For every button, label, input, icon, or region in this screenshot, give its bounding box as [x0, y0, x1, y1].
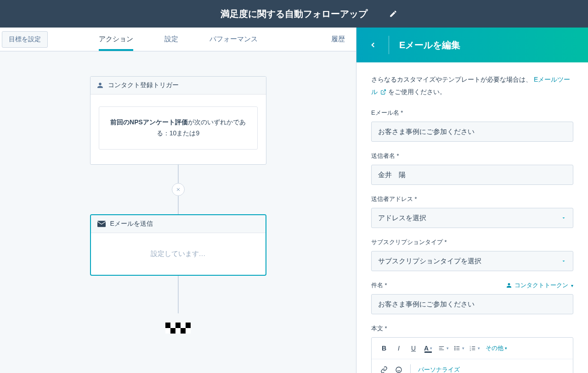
underline-text-button[interactable]: U: [407, 341, 420, 355]
email-name-label: Eメール名: [371, 109, 403, 117]
trigger-condition: 前回のNPSアンケート評価が次のいずれかである：10または9: [99, 106, 258, 150]
person-icon: [97, 82, 103, 89]
close-icon: [175, 187, 181, 192]
email-name-input[interactable]: [371, 122, 573, 142]
caret-down-icon: [561, 215, 566, 221]
finish-flag-icon: [165, 323, 191, 334]
numbered-list-button[interactable]: 123 ▾: [467, 341, 482, 355]
sender-address-label: 送信者アドレス: [371, 195, 417, 203]
add-remove-step-button[interactable]: [172, 183, 185, 196]
link-icon: [380, 366, 388, 373]
bold-button[interactable]: B: [377, 341, 391, 355]
external-link-icon: [380, 89, 386, 95]
page-title: 満足度に関する自動フォローアップ: [220, 8, 368, 20]
sender-name-label: 送信者名: [371, 152, 399, 160]
emoji-button[interactable]: [392, 363, 406, 373]
envelope-icon: [97, 221, 106, 227]
svg-point-2: [454, 348, 455, 349]
svg-point-7: [396, 367, 401, 373]
svg-text:3: 3: [470, 349, 471, 351]
subscription-type-select[interactable]: サブスクリプションタイプを選択: [371, 251, 573, 271]
body-label: 本文: [371, 324, 387, 333]
trigger-title: コンタクト登録トリガー: [108, 81, 179, 89]
svg-point-3: [454, 350, 455, 351]
numbered-list-icon: 123: [469, 345, 476, 351]
svg-point-1: [454, 346, 455, 347]
tab-performance[interactable]: パフォーマンス: [209, 28, 258, 51]
chevron-left-icon: [369, 41, 377, 49]
tab-history[interactable]: 履歴: [331, 28, 345, 51]
sender-address-select[interactable]: アドレスを選択: [371, 208, 573, 228]
edit-title-button[interactable]: [386, 6, 401, 21]
align-button[interactable]: ▾: [436, 341, 451, 355]
personalize-button[interactable]: パーソナライズ: [415, 366, 463, 373]
email-node-title: Eメールを送信: [110, 220, 153, 228]
subject-label: 件名: [371, 281, 387, 289]
svg-rect-0: [97, 221, 106, 227]
italic-button[interactable]: I: [392, 341, 406, 355]
person-icon: [506, 283, 512, 288]
tab-settings[interactable]: 設定: [164, 28, 178, 51]
subject-input[interactable]: [371, 294, 573, 314]
text-color-button[interactable]: A▾: [421, 341, 435, 355]
smile-icon: [395, 366, 402, 373]
trigger-node[interactable]: コンタクト登録トリガー 前回のNPSアンケート評価が次のいずれかである：10また…: [90, 76, 266, 165]
email-node[interactable]: Eメールを送信 設定しています…: [90, 214, 266, 276]
set-goal-button[interactable]: 目標を設定: [2, 31, 48, 48]
contact-token-button[interactable]: コンタクトトークン ▾: [506, 281, 573, 289]
pencil-icon: [389, 10, 397, 18]
sender-name-input[interactable]: [371, 165, 573, 185]
subscription-type-label: サブスクリプションタイプ: [371, 238, 447, 246]
tab-action[interactable]: アクション: [99, 28, 133, 51]
panel-intro: さらなるカスタマイズやテンプレートが必要な場合は、 Eメールツール をご使用くだ…: [371, 73, 573, 98]
bullet-list-icon: [453, 345, 461, 351]
bullet-list-button[interactable]: ▾: [452, 341, 466, 355]
panel-title: Eメールを編集: [399, 39, 460, 51]
email-node-body: 設定しています…: [91, 233, 266, 275]
caret-down-icon: [561, 258, 566, 264]
panel-back-button[interactable]: [368, 39, 379, 50]
insert-link-button[interactable]: [377, 363, 391, 373]
more-formatting-button[interactable]: その他▾: [483, 341, 510, 355]
align-left-icon: [438, 345, 445, 351]
